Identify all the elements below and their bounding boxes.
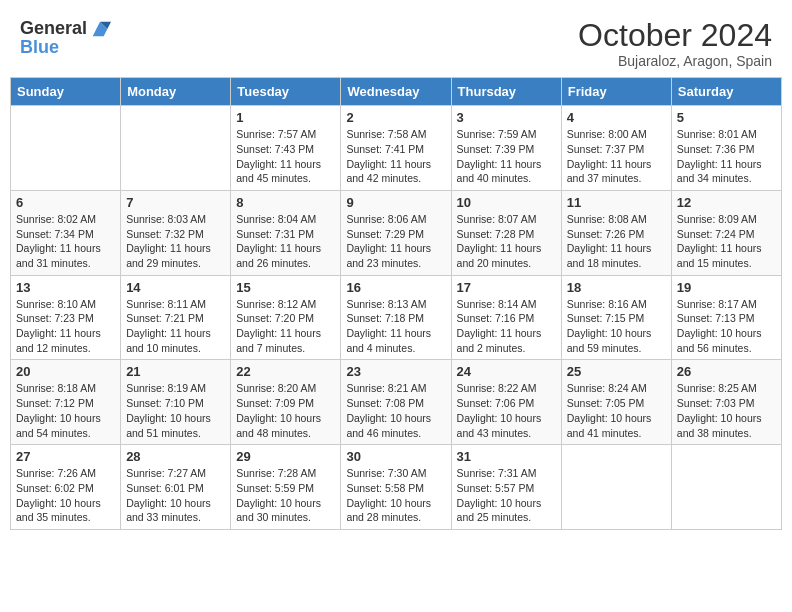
calendar-table: SundayMondayTuesdayWednesdayThursdayFrid…	[10, 77, 782, 530]
day-number: 17	[457, 280, 556, 295]
day-info: Sunrise: 8:19 AMSunset: 7:10 PMDaylight:…	[126, 381, 225, 440]
day-cell: 2Sunrise: 7:58 AMSunset: 7:41 PMDaylight…	[341, 106, 451, 191]
week-row-1: 1Sunrise: 7:57 AMSunset: 7:43 PMDaylight…	[11, 106, 782, 191]
title-block: October 2024 Bujaraloz, Aragon, Spain	[578, 18, 772, 69]
day-cell: 16Sunrise: 8:13 AMSunset: 7:18 PMDayligh…	[341, 275, 451, 360]
day-cell: 23Sunrise: 8:21 AMSunset: 7:08 PMDayligh…	[341, 360, 451, 445]
week-row-3: 13Sunrise: 8:10 AMSunset: 7:23 PMDayligh…	[11, 275, 782, 360]
month-title: October 2024	[578, 18, 772, 53]
day-cell	[121, 106, 231, 191]
day-cell	[11, 106, 121, 191]
day-number: 11	[567, 195, 666, 210]
day-info: Sunrise: 8:25 AMSunset: 7:03 PMDaylight:…	[677, 381, 776, 440]
day-number: 31	[457, 449, 556, 464]
day-number: 20	[16, 364, 115, 379]
day-cell: 20Sunrise: 8:18 AMSunset: 7:12 PMDayligh…	[11, 360, 121, 445]
day-number: 24	[457, 364, 556, 379]
day-number: 26	[677, 364, 776, 379]
day-number: 28	[126, 449, 225, 464]
week-row-5: 27Sunrise: 7:26 AMSunset: 6:02 PMDayligh…	[11, 445, 782, 530]
day-number: 23	[346, 364, 445, 379]
day-cell: 28Sunrise: 7:27 AMSunset: 6:01 PMDayligh…	[121, 445, 231, 530]
weekday-header-saturday: Saturday	[671, 78, 781, 106]
day-info: Sunrise: 8:17 AMSunset: 7:13 PMDaylight:…	[677, 297, 776, 356]
day-info: Sunrise: 8:21 AMSunset: 7:08 PMDaylight:…	[346, 381, 445, 440]
day-number: 29	[236, 449, 335, 464]
weekday-header-monday: Monday	[121, 78, 231, 106]
weekday-header-tuesday: Tuesday	[231, 78, 341, 106]
day-info: Sunrise: 8:06 AMSunset: 7:29 PMDaylight:…	[346, 212, 445, 271]
day-cell: 11Sunrise: 8:08 AMSunset: 7:26 PMDayligh…	[561, 190, 671, 275]
day-number: 19	[677, 280, 776, 295]
logo: General Blue	[20, 18, 111, 58]
day-cell	[561, 445, 671, 530]
day-number: 2	[346, 110, 445, 125]
day-number: 9	[346, 195, 445, 210]
day-info: Sunrise: 8:11 AMSunset: 7:21 PMDaylight:…	[126, 297, 225, 356]
day-info: Sunrise: 8:00 AMSunset: 7:37 PMDaylight:…	[567, 127, 666, 186]
day-cell: 21Sunrise: 8:19 AMSunset: 7:10 PMDayligh…	[121, 360, 231, 445]
day-cell: 12Sunrise: 8:09 AMSunset: 7:24 PMDayligh…	[671, 190, 781, 275]
day-cell: 1Sunrise: 7:57 AMSunset: 7:43 PMDaylight…	[231, 106, 341, 191]
day-info: Sunrise: 8:04 AMSunset: 7:31 PMDaylight:…	[236, 212, 335, 271]
weekday-header-row: SundayMondayTuesdayWednesdayThursdayFrid…	[11, 78, 782, 106]
day-cell: 9Sunrise: 8:06 AMSunset: 7:29 PMDaylight…	[341, 190, 451, 275]
day-number: 13	[16, 280, 115, 295]
day-number: 18	[567, 280, 666, 295]
day-cell: 4Sunrise: 8:00 AMSunset: 7:37 PMDaylight…	[561, 106, 671, 191]
day-cell: 22Sunrise: 8:20 AMSunset: 7:09 PMDayligh…	[231, 360, 341, 445]
day-info: Sunrise: 7:59 AMSunset: 7:39 PMDaylight:…	[457, 127, 556, 186]
day-number: 15	[236, 280, 335, 295]
day-cell: 3Sunrise: 7:59 AMSunset: 7:39 PMDaylight…	[451, 106, 561, 191]
day-info: Sunrise: 8:12 AMSunset: 7:20 PMDaylight:…	[236, 297, 335, 356]
day-cell: 13Sunrise: 8:10 AMSunset: 7:23 PMDayligh…	[11, 275, 121, 360]
day-info: Sunrise: 8:18 AMSunset: 7:12 PMDaylight:…	[16, 381, 115, 440]
day-cell: 5Sunrise: 8:01 AMSunset: 7:36 PMDaylight…	[671, 106, 781, 191]
day-info: Sunrise: 8:16 AMSunset: 7:15 PMDaylight:…	[567, 297, 666, 356]
day-cell: 8Sunrise: 8:04 AMSunset: 7:31 PMDaylight…	[231, 190, 341, 275]
day-info: Sunrise: 8:24 AMSunset: 7:05 PMDaylight:…	[567, 381, 666, 440]
day-number: 1	[236, 110, 335, 125]
day-info: Sunrise: 8:14 AMSunset: 7:16 PMDaylight:…	[457, 297, 556, 356]
logo-text: General	[20, 19, 87, 39]
day-cell: 6Sunrise: 8:02 AMSunset: 7:34 PMDaylight…	[11, 190, 121, 275]
day-cell: 26Sunrise: 8:25 AMSunset: 7:03 PMDayligh…	[671, 360, 781, 445]
day-number: 4	[567, 110, 666, 125]
day-cell: 19Sunrise: 8:17 AMSunset: 7:13 PMDayligh…	[671, 275, 781, 360]
day-number: 27	[16, 449, 115, 464]
day-cell: 18Sunrise: 8:16 AMSunset: 7:15 PMDayligh…	[561, 275, 671, 360]
day-number: 7	[126, 195, 225, 210]
day-number: 6	[16, 195, 115, 210]
day-info: Sunrise: 8:03 AMSunset: 7:32 PMDaylight:…	[126, 212, 225, 271]
day-number: 21	[126, 364, 225, 379]
week-row-2: 6Sunrise: 8:02 AMSunset: 7:34 PMDaylight…	[11, 190, 782, 275]
weekday-header-wednesday: Wednesday	[341, 78, 451, 106]
day-info: Sunrise: 7:30 AMSunset: 5:58 PMDaylight:…	[346, 466, 445, 525]
day-cell: 14Sunrise: 8:11 AMSunset: 7:21 PMDayligh…	[121, 275, 231, 360]
location-text: Bujaraloz, Aragon, Spain	[578, 53, 772, 69]
day-cell: 7Sunrise: 8:03 AMSunset: 7:32 PMDaylight…	[121, 190, 231, 275]
day-cell: 29Sunrise: 7:28 AMSunset: 5:59 PMDayligh…	[231, 445, 341, 530]
day-cell: 15Sunrise: 8:12 AMSunset: 7:20 PMDayligh…	[231, 275, 341, 360]
day-number: 25	[567, 364, 666, 379]
logo-blue-text: Blue	[20, 38, 59, 58]
logo-icon	[89, 18, 111, 40]
day-info: Sunrise: 7:57 AMSunset: 7:43 PMDaylight:…	[236, 127, 335, 186]
day-cell: 17Sunrise: 8:14 AMSunset: 7:16 PMDayligh…	[451, 275, 561, 360]
day-info: Sunrise: 8:10 AMSunset: 7:23 PMDaylight:…	[16, 297, 115, 356]
day-number: 30	[346, 449, 445, 464]
day-info: Sunrise: 8:02 AMSunset: 7:34 PMDaylight:…	[16, 212, 115, 271]
weekday-header-thursday: Thursday	[451, 78, 561, 106]
weekday-header-friday: Friday	[561, 78, 671, 106]
week-row-4: 20Sunrise: 8:18 AMSunset: 7:12 PMDayligh…	[11, 360, 782, 445]
weekday-header-sunday: Sunday	[11, 78, 121, 106]
day-cell: 24Sunrise: 8:22 AMSunset: 7:06 PMDayligh…	[451, 360, 561, 445]
day-cell: 31Sunrise: 7:31 AMSunset: 5:57 PMDayligh…	[451, 445, 561, 530]
day-number: 8	[236, 195, 335, 210]
day-info: Sunrise: 7:26 AMSunset: 6:02 PMDaylight:…	[16, 466, 115, 525]
day-info: Sunrise: 7:58 AMSunset: 7:41 PMDaylight:…	[346, 127, 445, 186]
day-info: Sunrise: 8:01 AMSunset: 7:36 PMDaylight:…	[677, 127, 776, 186]
day-info: Sunrise: 7:28 AMSunset: 5:59 PMDaylight:…	[236, 466, 335, 525]
day-info: Sunrise: 8:07 AMSunset: 7:28 PMDaylight:…	[457, 212, 556, 271]
day-info: Sunrise: 8:20 AMSunset: 7:09 PMDaylight:…	[236, 381, 335, 440]
